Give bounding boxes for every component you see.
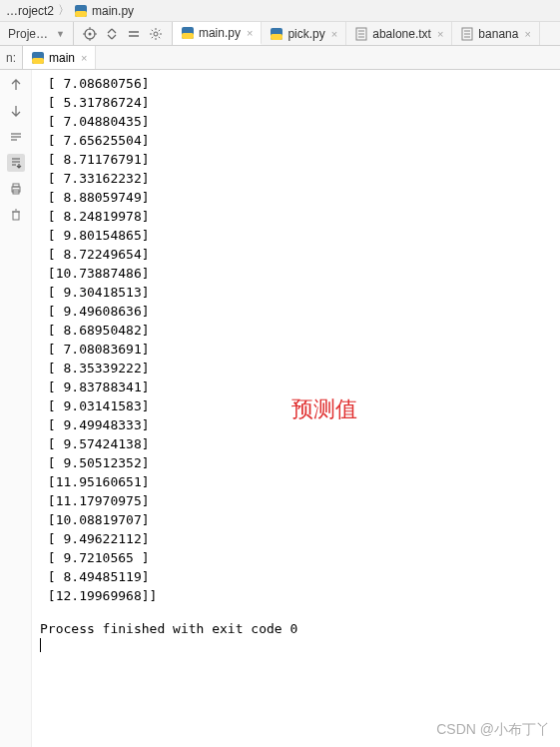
console-line: [ 7.08083691]: [40, 340, 552, 359]
run-label: n:: [0, 46, 23, 69]
file-tab-label: banana: [478, 27, 518, 41]
console-line: [ 7.33162232]: [40, 169, 552, 188]
console-line: [ 9.57424138]: [40, 434, 552, 453]
console-line: [ 8.72249654]: [40, 245, 552, 264]
project-label-text: Proje…: [4, 27, 52, 41]
collapse-icon[interactable]: [126, 26, 142, 42]
console-line: [ 9.50512352]: [40, 453, 552, 472]
console-line: [12.19969968]]: [40, 586, 552, 605]
svg-rect-24: [32, 58, 44, 64]
svg-point-10: [154, 32, 158, 36]
expand-icon[interactable]: [104, 26, 120, 42]
breadcrumb: …roject2 〉 main.py: [0, 0, 560, 22]
console-line: [11.17970975]: [40, 491, 552, 510]
close-icon[interactable]: ×: [331, 28, 337, 40]
console-line: [ 9.49608636]: [40, 302, 552, 321]
console-line: [ 8.68950482]: [40, 321, 552, 340]
console-line: [ 7.08680756]: [40, 74, 552, 93]
settings-icon[interactable]: [148, 26, 164, 42]
svg-point-3: [88, 32, 91, 35]
console-line: [ 8.24819978]: [40, 207, 552, 226]
run-tab[interactable]: main ×: [23, 46, 96, 69]
print-icon[interactable]: [7, 180, 25, 198]
close-icon[interactable]: ×: [524, 28, 530, 40]
toolbar: Proje… ▼ main.py×pick.py×abalone.txt×ban…: [0, 22, 560, 46]
file-tab[interactable]: pick.py×: [262, 22, 346, 45]
console-line: [ 9.83788341]: [40, 377, 552, 396]
console-line: [ 8.35339222]: [40, 359, 552, 377]
run-tab-label: main: [49, 51, 75, 65]
file-tab-label: abalone.txt: [372, 27, 431, 41]
console-line: [10.73887486]: [40, 264, 552, 283]
console-output[interactable]: [ 7.08680756] [ 5.31786724] [ 7.04880435…: [32, 70, 560, 747]
console-gutter: [0, 70, 32, 747]
close-icon[interactable]: ×: [247, 27, 253, 39]
console-line: [ 9.80154865]: [40, 226, 552, 245]
breadcrumb-separator: 〉: [58, 2, 70, 19]
file-tab-label: pick.py: [287, 27, 324, 41]
file-tab[interactable]: banana×: [452, 22, 539, 45]
console-line: [ 7.04880435]: [40, 112, 552, 131]
file-tab-label: main.py: [199, 26, 241, 40]
text-file-icon: [460, 27, 474, 41]
up-arrow-icon[interactable]: [7, 76, 25, 94]
file-tab[interactable]: abalone.txt×: [346, 22, 452, 45]
run-bar: n: main ×: [0, 46, 560, 70]
text-file-icon: [354, 27, 368, 41]
down-arrow-icon[interactable]: [7, 102, 25, 120]
breadcrumb-item[interactable]: …roject2: [6, 4, 54, 18]
close-icon[interactable]: ×: [81, 52, 87, 64]
watermark: CSDN @小布丁丫: [436, 721, 550, 739]
console-line: [ 8.88059749]: [40, 188, 552, 207]
main-area: [ 7.08680756] [ 5.31786724] [ 7.04880435…: [0, 70, 560, 747]
file-tabs: main.py×pick.py×abalone.txt×banana×: [173, 22, 560, 45]
python-file-icon: [181, 26, 195, 40]
project-panel-label[interactable]: Proje… ▼: [0, 22, 74, 45]
file-tab[interactable]: main.py×: [173, 22, 262, 45]
close-icon[interactable]: ×: [437, 28, 443, 40]
python-file-icon: [74, 4, 88, 18]
svg-rect-14: [271, 34, 282, 40]
svg-rect-12: [182, 33, 194, 39]
console-line: [10.08819707]: [40, 510, 552, 529]
console-line: [ 8.71176791]: [40, 150, 552, 169]
soft-wrap-icon[interactable]: [7, 128, 25, 146]
trash-icon[interactable]: [7, 206, 25, 224]
toolbar-icons: [74, 22, 173, 45]
target-icon[interactable]: [82, 26, 98, 42]
exit-message: Process finished with exit code 0: [40, 619, 552, 638]
svg-rect-29: [13, 184, 19, 187]
scroll-to-end-icon[interactable]: [7, 154, 25, 172]
console-line: [ 5.31786724]: [40, 93, 552, 112]
console-line: [ 9.30418513]: [40, 283, 552, 302]
breadcrumb-item[interactable]: main.py: [92, 4, 134, 18]
svg-rect-31: [13, 212, 19, 220]
python-file-icon: [270, 27, 283, 41]
console-line: [ 9.49622112]: [40, 529, 552, 548]
console-line: [ 7.65625504]: [40, 131, 552, 150]
console-line: [ 8.49485119]: [40, 567, 552, 586]
console-line: [11.95160651]: [40, 472, 552, 491]
annotation-label: 预测值: [291, 399, 357, 418]
svg-rect-1: [75, 11, 87, 17]
python-file-icon: [31, 51, 45, 65]
cursor: [40, 638, 552, 657]
console-line: [ 9.7210565 ]: [40, 548, 552, 567]
dropdown-icon: ▼: [52, 29, 69, 39]
